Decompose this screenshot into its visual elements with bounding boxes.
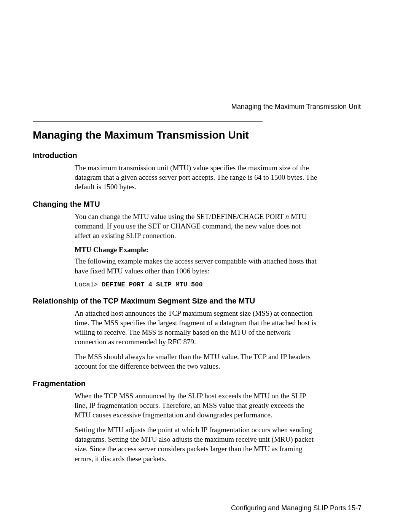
intro-paragraph: The maximum transmission unit (MTU) valu…	[75, 163, 318, 192]
header-rule	[33, 121, 263, 122]
page-footer: Configuring and Managing SLIP Ports 15-7	[231, 504, 362, 512]
page: Managing the Maximum Transmission Unit M…	[0, 0, 411, 492]
relationship-paragraph-2: The MSS should always be smaller than th…	[75, 352, 318, 371]
heading-changing-mtu: Changing the MTU	[33, 200, 362, 209]
running-header: Managing the Maximum Transmission Unit	[33, 103, 362, 111]
subheading-mtu-change-example: MTU Change Example:	[75, 246, 362, 254]
text-pre: You can change the MTU value using the S…	[75, 212, 285, 220]
heading-fragmentation: Fragmentation	[33, 379, 362, 388]
code-command: DEFINE PORT 4 SLIP MTU 500	[102, 281, 202, 288]
relationship-paragraph-1: An attached host announces the TCP maxim…	[75, 308, 318, 347]
changing-mtu-paragraph-1: You can change the MTU value using the S…	[75, 212, 318, 240]
code-example: Local> DEFINE PORT 4 SLIP MTU 500	[75, 281, 362, 288]
fragmentation-paragraph-2: Setting the MTU adjusts the point at whi…	[75, 425, 318, 463]
text-italic-n: n	[285, 212, 289, 220]
page-title: Managing the Maximum Transmission Unit	[33, 129, 362, 141]
changing-mtu-paragraph-2: The following example makes the access s…	[75, 256, 318, 275]
fragmentation-paragraph-1: When the TCP MSS announced by the SLIP h…	[75, 391, 318, 420]
heading-introduction: Introduction	[33, 151, 362, 160]
code-prompt: Local>	[75, 281, 102, 288]
heading-relationship: Relationship of the TCP Maximum Segment …	[33, 297, 362, 305]
